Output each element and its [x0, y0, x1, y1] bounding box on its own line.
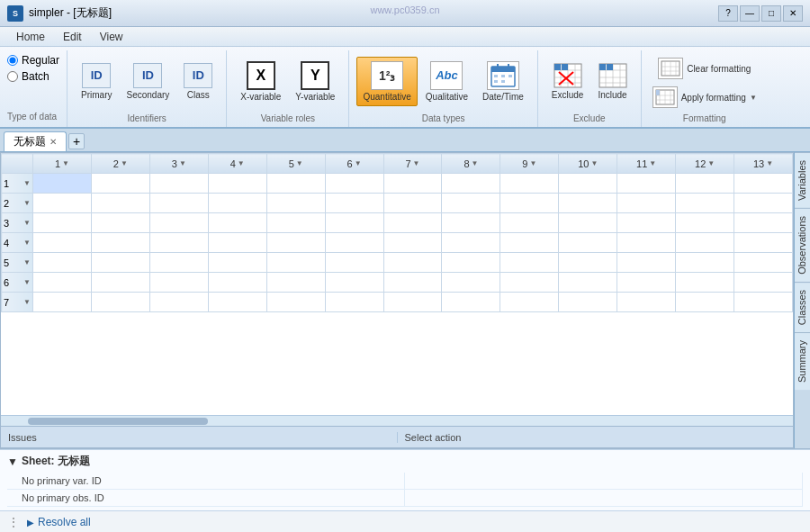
row-header-4[interactable]: 4▼ [2, 233, 33, 253]
issue-text-2: No primary obs. ID [7, 490, 405, 506]
row-header-5[interactable]: 5▼ [2, 253, 33, 273]
yvariable-label: Y-variable [295, 92, 335, 102]
side-tab-classes[interactable]: Classes [795, 282, 810, 332]
cell-1-1[interactable] [33, 174, 92, 194]
identifier-buttons: ID Primary ID Secondary ID Class [75, 52, 219, 110]
exclude-label: Exclude [552, 90, 584, 100]
hscroll[interactable] [1, 415, 793, 426]
data-type-buttons: 1²₃ Quantitative Abc Qualitative [356, 52, 529, 110]
issue-row-2: No primary obs. ID [7, 490, 803, 507]
col-header-4[interactable]: 4▼ [208, 154, 266, 174]
cell-1-12[interactable] [676, 174, 734, 194]
cell-1-8[interactable] [442, 174, 500, 194]
col-header-11[interactable]: 11▼ [617, 154, 676, 174]
qualitative-icon: Abc [430, 61, 463, 90]
row-header-3[interactable]: 3▼ [2, 213, 33, 233]
apply-formatting-btn[interactable]: Apply formatting ▼ [649, 85, 760, 110]
cell-1-3[interactable] [149, 174, 208, 194]
spreadsheet-grid[interactable]: 1▼ 2▼ 3▼ 4▼ 5▼ 6▼ 7▼ 8▼ 9▼ 10▼ 11▼ 12▼ [1, 153, 793, 415]
datetime-btn[interactable]: Date/Time [476, 57, 530, 106]
col-header-13[interactable]: 13▼ [734, 154, 793, 174]
quantitative-icon: 1²₃ [371, 61, 403, 90]
svg-rect-1 [491, 67, 515, 72]
cell-1-10[interactable] [559, 174, 617, 194]
batch-label: Batch [22, 70, 50, 83]
cell-1-6[interactable] [325, 174, 383, 194]
side-tab-summary[interactable]: Summary [795, 332, 810, 390]
cell-2-1[interactable] [33, 194, 92, 213]
titlebar-help-btn[interactable]: ? [718, 5, 738, 22]
cell-1-5[interactable] [266, 174, 325, 194]
col-header-12[interactable]: 12▼ [676, 154, 734, 174]
row-header-1[interactable]: 1▼ [2, 174, 33, 194]
primary-icon: ID [82, 63, 111, 88]
col-header-5[interactable]: 5▼ [266, 154, 325, 174]
sheet-collapse-icon[interactable]: ▼ [7, 455, 18, 468]
yvariable-btn[interactable]: Y Y-variable [289, 57, 341, 106]
ribbon-section-variable-roles: X X-variable Y Y-variable Variable roles [227, 50, 349, 127]
side-tab-observations[interactable]: Observations [795, 208, 810, 282]
cell-1-13[interactable] [734, 174, 793, 194]
row-header-7[interactable]: 7▼ [2, 293, 33, 312]
titlebar-restore-btn[interactable]: □ [761, 5, 781, 22]
cell-1-2[interactable] [91, 174, 149, 194]
svg-rect-7 [494, 80, 498, 83]
include-btn[interactable]: Include [591, 59, 633, 104]
datetime-label: Date/Time [482, 92, 524, 102]
spreadsheet: 1▼ 2▼ 3▼ 4▼ 5▼ 6▼ 7▼ 8▼ 9▼ 10▼ 11▼ 12▼ [0, 152, 794, 448]
exclude-btn[interactable]: Exclude [545, 59, 590, 104]
cell-1-7[interactable] [383, 174, 442, 194]
clear-formatting-btn[interactable]: Clear formatting [654, 56, 754, 81]
issue-action-1 [405, 473, 803, 489]
col-header-6[interactable]: 6▼ [325, 154, 383, 174]
cell-1-11[interactable] [617, 174, 676, 194]
row-header-2[interactable]: 2▼ [2, 194, 33, 213]
select-action-label: Select action [398, 432, 794, 443]
data-grid: 1▼ 2▼ 3▼ 4▼ 5▼ 6▼ 7▼ 8▼ 9▼ 10▼ 11▼ 12▼ [1, 153, 793, 312]
row-header-6[interactable]: 6▼ [2, 273, 33, 293]
xvariable-btn[interactable]: X X-variable [234, 57, 287, 106]
issue-action-2 [405, 490, 803, 506]
svg-rect-6 [508, 75, 512, 77]
col-header-8[interactable]: 8▼ [442, 154, 500, 174]
col-header-9[interactable]: 9▼ [500, 154, 559, 174]
resolve-arrow-icon: ▶ [27, 518, 34, 527]
tab-close-btn[interactable]: ✕ [50, 137, 57, 147]
secondary-btn[interactable]: ID Secondary [120, 59, 176, 104]
titlebar-controls[interactable]: ? — □ ✕ [718, 5, 803, 22]
class-btn[interactable]: ID Class [177, 59, 219, 104]
tab-bar: 无标题 ✕ + [0, 129, 810, 152]
main-tab[interactable]: 无标题 ✕ [4, 131, 67, 151]
cell-1-4[interactable] [208, 174, 266, 194]
menu-home[interactable]: Home [7, 29, 54, 45]
primary-btn[interactable]: ID Primary [75, 59, 118, 104]
svg-rect-4 [494, 75, 498, 77]
menu-view[interactable]: View [91, 29, 132, 45]
apply-dropdown-arrow[interactable]: ▼ [750, 94, 757, 102]
x-icon: X [247, 61, 275, 90]
titlebar-close-btn[interactable]: ✕ [783, 5, 803, 22]
qualitative-btn[interactable]: Abc Qualitative [419, 57, 474, 106]
cell-1-9[interactable] [500, 174, 559, 194]
identifiers-label: Identifiers [127, 110, 166, 125]
menu-edit[interactable]: Edit [54, 29, 91, 45]
col-header-1[interactable]: 1▼ [33, 154, 92, 174]
ribbon-section-identifiers: ID Primary ID Secondary ID Class Identif… [68, 50, 227, 127]
col-header-10[interactable]: 10▼ [559, 154, 617, 174]
tab-add-btn[interactable]: + [68, 133, 85, 149]
col-header-2[interactable]: 2▼ [91, 154, 149, 174]
apply-formatting-label: Apply formatting [681, 93, 746, 103]
titlebar-minimize-btn[interactable]: — [740, 5, 760, 22]
quantitative-btn[interactable]: 1²₃ Quantitative [356, 57, 417, 106]
hscroll-thumb[interactable] [28, 418, 208, 425]
top-content: 1▼ 2▼ 3▼ 4▼ 5▼ 6▼ 7▼ 8▼ 9▼ 10▼ 11▼ 12▼ [0, 152, 810, 448]
xvariable-label: X-variable [240, 92, 281, 102]
col-header-3[interactable]: 3▼ [149, 154, 208, 174]
qualitative-label: Qualitative [426, 92, 468, 102]
radio-batch[interactable]: Batch [7, 70, 59, 83]
resolve-all-btn[interactable]: ▶ Resolve all [27, 516, 91, 528]
side-tab-variables[interactable]: Variables [795, 152, 810, 208]
col-header-7[interactable]: 7▼ [383, 154, 442, 174]
radio-regular[interactable]: Regular [7, 54, 59, 67]
svg-rect-17 [562, 64, 568, 70]
